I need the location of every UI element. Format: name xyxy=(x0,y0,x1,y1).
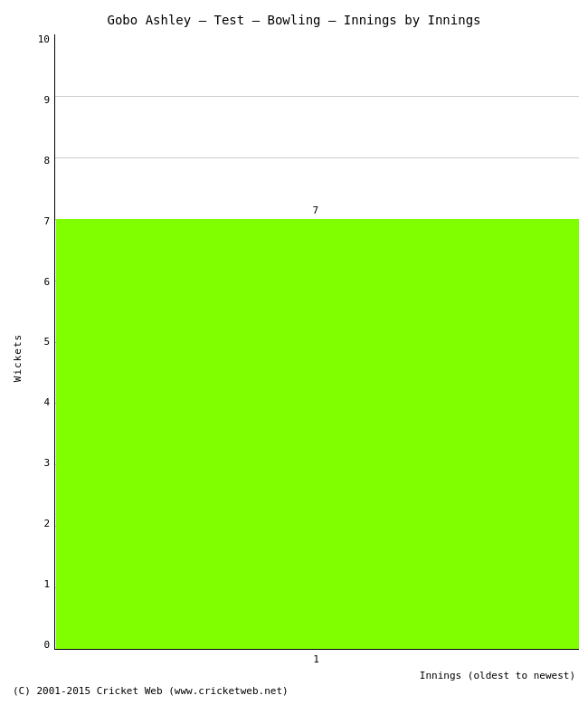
y-ticks: 10 9 8 7 6 5 4 3 2 1 0 xyxy=(27,34,54,650)
y-tick-8: 8 xyxy=(43,156,50,166)
y-tick-6: 6 xyxy=(43,277,50,287)
y-tick-3: 3 xyxy=(43,458,50,468)
x-axis-label: Innings (oldest to newest) xyxy=(420,668,579,681)
x-tick-1: 1 xyxy=(313,653,319,665)
y-axis-label-container: Wickets xyxy=(9,34,27,681)
y-tick-2: 2 xyxy=(43,519,50,529)
gridline-9 xyxy=(55,96,579,97)
y-tick-5: 5 xyxy=(43,337,50,347)
y-tick-0: 0 xyxy=(43,640,50,650)
copyright: (C) 2001-2015 Cricket Web (www.cricketwe… xyxy=(9,681,579,697)
y-tick-1: 1 xyxy=(43,579,50,589)
bar xyxy=(56,219,579,649)
plot-area-wrapper: 10 9 8 7 6 5 4 3 2 1 0 xyxy=(27,34,579,650)
y-tick-9: 9 xyxy=(43,95,50,105)
y-tick-7: 7 xyxy=(43,216,50,226)
y-tick-4: 4 xyxy=(43,397,50,407)
bar-container xyxy=(56,219,579,649)
plot-area: 7 xyxy=(54,34,579,650)
x-axis-row: Innings (oldest to newest) xyxy=(54,668,579,681)
x-ticks-row: 1 xyxy=(54,650,579,668)
chart-inner: 10 9 8 7 6 5 4 3 2 1 0 xyxy=(27,34,579,681)
chart-container: Gobo Ashley – Test – Bowling – Innings b… xyxy=(0,0,588,724)
y-axis-label: Wickets xyxy=(13,334,24,382)
gridline-8 xyxy=(55,157,579,158)
bar-value-label: 7 xyxy=(313,205,319,216)
chart-body: Wickets 10 9 8 7 6 5 4 3 2 1 0 xyxy=(9,34,579,681)
chart-title: Gobo Ashley – Test – Bowling – Innings b… xyxy=(9,9,579,34)
y-tick-10: 10 xyxy=(38,34,50,44)
